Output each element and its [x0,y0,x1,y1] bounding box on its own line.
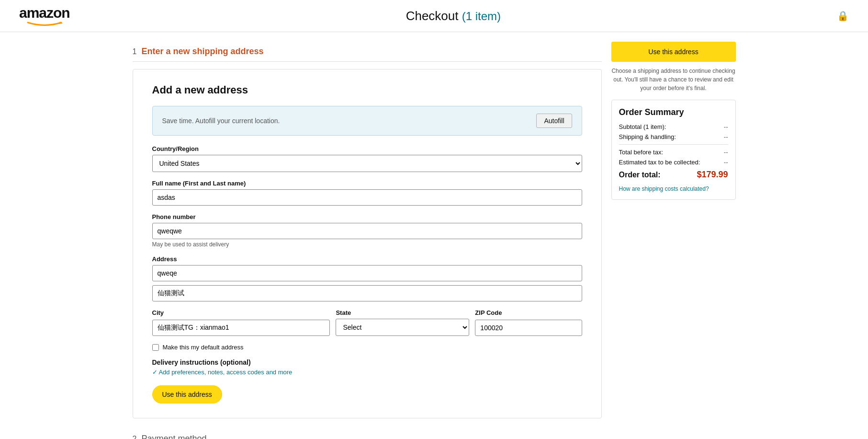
subtotal-label: Subtotal (1 item): [619,123,666,130]
address-note: Choose a shipping address to continue ch… [611,67,736,92]
state-field: Select Alabama Alaska Arizona California… [336,319,469,336]
zip-input[interactable] [475,320,582,336]
amazon-logo[interactable]: amazon [19,5,70,27]
lock-icon: 🔒 [837,10,849,22]
step2-title: Payment method [141,434,206,439]
step2-header: 2 Payment method [133,428,602,439]
bottom-steps: 2 Payment method 3 Items and shipping [133,428,602,439]
autofill-banner: Save time. Autofill your current locatio… [152,106,582,136]
step1-header: 1 Enter a new shipping address [133,42,602,62]
csz-labels: City State ZIP Code [152,309,582,316]
left-panel: 1 Enter a new shipping address Add a new… [133,42,602,439]
estimated-tax-value: -- [724,159,728,166]
city-state-zip-group: City State ZIP Code Select Alabama Alask… [152,309,582,336]
phone-label: Phone number [152,213,582,220]
shipping-label: Shipping & handling: [619,133,676,140]
shipping-value: -- [724,133,728,140]
city-input[interactable] [152,320,330,336]
order-summary-box: Order Summary Subtotal (1 item): -- Ship… [611,100,736,200]
country-group: Country/Region United States [152,145,582,172]
state-select[interactable]: Select Alabama Alaska Arizona California… [336,319,469,336]
right-panel: Use this address Choose a shipping addre… [611,42,736,200]
delivery-instructions-link[interactable]: ✓ Add preferences, notes, access codes a… [152,369,293,376]
autofill-message: Save time. Autofill your current locatio… [162,117,280,125]
fullname-label: Full name (First and Last name) [152,180,582,187]
subtotal-row: Subtotal (1 item): -- [619,123,728,130]
step1-title: Enter a new shipping address [141,46,263,57]
default-address-checkbox[interactable] [152,344,159,351]
country-select[interactable]: United States [152,155,582,172]
city-label: City [152,309,330,316]
phone-hint: May be used to assist delivery [152,241,582,248]
zip-field [475,320,582,336]
order-total-value: $179.99 [697,170,728,180]
total-before-tax-value: -- [724,149,728,156]
city-state-zip-row: Select Alabama Alaska Arizona California… [152,319,582,336]
step1-number: 1 [133,47,137,56]
phone-group: Phone number May be used to assist deliv… [152,213,582,248]
total-before-tax-row: Total before tax: -- [619,149,728,156]
use-address-top-button[interactable]: Use this address [611,42,736,62]
fullname-group: Full name (First and Last name) [152,180,582,206]
zip-label: ZIP Code [475,309,582,316]
order-total-label: Order total: [619,171,661,179]
subtotal-value: -- [724,123,728,130]
header: amazon Checkout (1 item) 🔒 [0,0,868,32]
address-line2-input[interactable] [152,285,582,301]
estimated-tax-row: Estimated tax to be collected: -- [619,159,728,166]
delivery-instructions-title: Delivery instructions (optional) [152,358,582,366]
city-field [152,320,330,336]
address-form-card: Add a new address Save time. Autofill yo… [133,69,602,418]
address-label: Address [152,255,582,263]
logo-text: amazon [19,5,70,21]
amazon-smile-icon [25,21,64,27]
page-title: Checkout (1 item) [70,9,837,23]
autofill-button[interactable]: Autofill [536,114,572,128]
default-address-checkbox-row: Make this my default address [152,344,582,351]
order-total-row: Order total: $179.99 [619,170,728,180]
item-count: (1 item) [462,10,501,23]
order-summary-title: Order Summary [619,107,728,117]
shipping-row: Shipping & handling: -- [619,133,728,140]
step2-number: 2 [133,435,137,439]
use-address-button-main[interactable]: Use this address [152,385,222,404]
default-address-label[interactable]: Make this my default address [163,344,244,351]
summary-divider [619,144,728,145]
fullname-input[interactable] [152,189,582,206]
country-label: Country/Region [152,145,582,152]
total-before-tax-label: Total before tax: [619,149,664,156]
address-group: Address [152,255,582,301]
address-line1-input[interactable] [152,265,582,281]
add-address-heading: Add a new address [152,84,582,96]
state-label: State [336,309,469,316]
main-container: 1 Enter a new shipping address Add a new… [123,42,745,439]
estimated-tax-label: Estimated tax to be collected: [619,159,700,166]
phone-input[interactable] [152,223,582,239]
delivery-instructions-section: Delivery instructions (optional) ✓ Add p… [152,358,582,376]
shipping-cost-link[interactable]: How are shipping costs calculated? [619,185,728,192]
